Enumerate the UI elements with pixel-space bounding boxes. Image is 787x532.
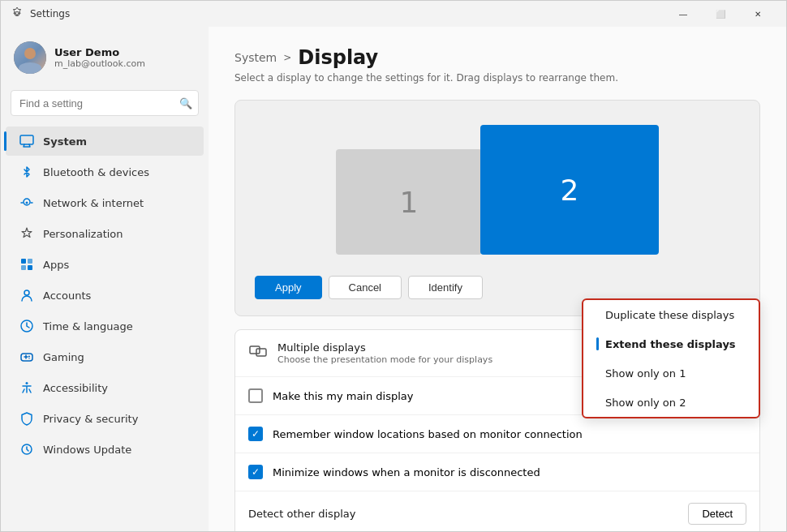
make-main-checkbox[interactable]	[248, 388, 263, 403]
detect-button[interactable]: Detect	[688, 503, 746, 525]
main-content: System > Display Select a display to cha…	[209, 27, 786, 531]
gaming-icon	[19, 349, 35, 365]
page-description: Select a display to change the settings …	[234, 72, 760, 84]
sidebar-item-apps-label: Apps	[43, 259, 69, 271]
breadcrumb-arrow: >	[283, 52, 291, 63]
svg-rect-4	[21, 265, 26, 270]
dropdown-only2[interactable]: Show only on 2	[583, 388, 759, 417]
dropdown-only1-label: Show only on 1	[605, 367, 686, 380]
titlebar-left: Settings	[11, 7, 70, 20]
sidebar-item-accounts[interactable]: Accounts	[6, 281, 204, 310]
svg-rect-13	[256, 349, 266, 356]
svg-point-6	[24, 290, 29, 295]
privacy-icon	[19, 410, 35, 427]
sidebar: User Demo m_lab@outlook.com 🔍 System	[1, 27, 209, 531]
svg-rect-12	[250, 346, 260, 354]
settings-window: Settings — ⬜ ✕ User Demo m_lab@outlook.c…	[0, 0, 787, 532]
window-controls: — ⬜ ✕	[664, 1, 776, 27]
sidebar-item-time-label: Time & language	[43, 320, 133, 332]
monitors-container: 1 2	[320, 117, 675, 263]
extend-indicator	[596, 337, 599, 350]
sidebar-item-personalization[interactable]: Personalization	[6, 219, 204, 248]
maximize-button[interactable]: ⬜	[702, 1, 739, 27]
apps-icon	[19, 256, 35, 272]
sidebar-item-bluetooth-label: Bluetooth & devices	[43, 166, 149, 178]
accessibility-icon	[19, 380, 35, 396]
sidebar-item-privacy-label: Privacy & security	[43, 413, 138, 425]
svg-point-10	[28, 358, 30, 359]
multiple-displays-icon	[248, 344, 268, 363]
update-icon	[19, 441, 35, 457]
sidebar-item-bluetooth[interactable]: Bluetooth & devices	[6, 157, 204, 187]
avatar-image	[14, 41, 46, 74]
make-main-label: Make this my main display	[273, 390, 414, 402]
minimize-button[interactable]: —	[664, 1, 702, 27]
accounts-icon	[19, 287, 35, 303]
detect-display-text: Detect other display	[248, 508, 678, 520]
breadcrumb-current: Display	[298, 46, 378, 69]
dropdown-duplicate-label: Duplicate these displays	[605, 309, 734, 321]
monitor-1[interactable]: 1	[336, 149, 482, 255]
time-icon	[19, 318, 35, 334]
sidebar-item-network-label: Network & internet	[43, 197, 144, 209]
sidebar-item-update[interactable]: Windows Update	[6, 435, 204, 464]
sidebar-item-system-label: System	[43, 135, 87, 148]
detect-display-title: Detect other display	[248, 508, 678, 520]
avatar	[14, 41, 46, 74]
dropdown-only1[interactable]: Show only on 1	[583, 358, 759, 388]
remember-window-row[interactable]: ✓ Remember window locations based on mon…	[235, 415, 759, 453]
titlebar: Settings — ⬜ ✕	[1, 1, 786, 27]
dropdown-extend-label: Extend these displays	[605, 338, 736, 350]
user-name: User Demo	[54, 46, 196, 58]
dropdown-extend[interactable]: Extend these displays	[583, 329, 759, 358]
settings-app-icon	[11, 7, 24, 20]
sidebar-item-accessibility[interactable]: Accessibility	[6, 373, 204, 402]
sidebar-item-accounts-label: Accounts	[43, 290, 91, 302]
sidebar-item-gaming-label: Gaming	[43, 351, 84, 363]
remember-window-label: Remember window locations based on monit…	[273, 428, 583, 440]
svg-point-11	[26, 382, 28, 384]
sidebar-item-update-label: Windows Update	[43, 444, 131, 456]
minimize-windows-label: Minimize windows when a monitor is disco…	[273, 466, 540, 478]
display-preview: 1 2 Apply Cancel Identify	[234, 100, 760, 316]
breadcrumb: System > Display	[234, 46, 760, 69]
svg-rect-3	[28, 259, 32, 264]
dropdown-only2-label: Show only on 2	[605, 397, 686, 409]
svg-point-1	[26, 202, 28, 204]
dropdown-duplicate[interactable]: Duplicate these displays	[583, 300, 759, 329]
bluetooth-icon	[19, 164, 35, 180]
sidebar-item-apps[interactable]: Apps	[6, 250, 204, 279]
search-input[interactable]	[11, 90, 199, 116]
content-area: User Demo m_lab@outlook.com 🔍 System	[1, 27, 786, 531]
user-info: User Demo m_lab@outlook.com	[54, 46, 196, 69]
minimize-windows-row[interactable]: ✓ Minimize windows when a monitor is dis…	[235, 453, 759, 491]
sidebar-item-privacy[interactable]: Privacy & security	[6, 404, 204, 433]
breadcrumb-parent[interactable]: System	[234, 51, 277, 64]
svg-point-9	[28, 356, 30, 358]
network-icon	[19, 195, 35, 211]
svg-rect-2	[21, 259, 26, 264]
display-buttons-row: Apply Cancel Identify	[252, 276, 743, 299]
apply-button[interactable]: Apply	[255, 276, 322, 299]
monitor-2[interactable]: 2	[480, 125, 659, 255]
sidebar-item-system[interactable]: System	[6, 127, 204, 156]
sidebar-item-accessibility-label: Accessibility	[43, 382, 108, 394]
minimize-windows-checkbox[interactable]: ✓	[248, 465, 263, 479]
remember-window-checkbox[interactable]: ✓	[248, 427, 263, 441]
personalization-icon	[19, 225, 35, 242]
cancel-button[interactable]: Cancel	[329, 276, 402, 299]
detect-display-row: Detect other display Detect	[235, 491, 759, 531]
search-box: 🔍	[11, 90, 199, 116]
sidebar-item-network[interactable]: Network & internet	[6, 188, 204, 217]
search-icon: 🔍	[179, 97, 192, 109]
close-button[interactable]: ✕	[739, 1, 776, 27]
window-title: Settings	[30, 8, 70, 19]
display-mode-dropdown: Duplicate these displays Extend these di…	[582, 298, 760, 418]
identify-button[interactable]: Identify	[408, 276, 483, 299]
sidebar-item-personalization-label: Personalization	[43, 228, 123, 240]
svg-rect-0	[20, 135, 33, 144]
svg-rect-5	[28, 265, 32, 270]
user-section[interactable]: User Demo m_lab@outlook.com	[1, 33, 209, 87]
sidebar-item-time[interactable]: Time & language	[6, 311, 204, 341]
sidebar-item-gaming[interactable]: Gaming	[6, 342, 204, 371]
